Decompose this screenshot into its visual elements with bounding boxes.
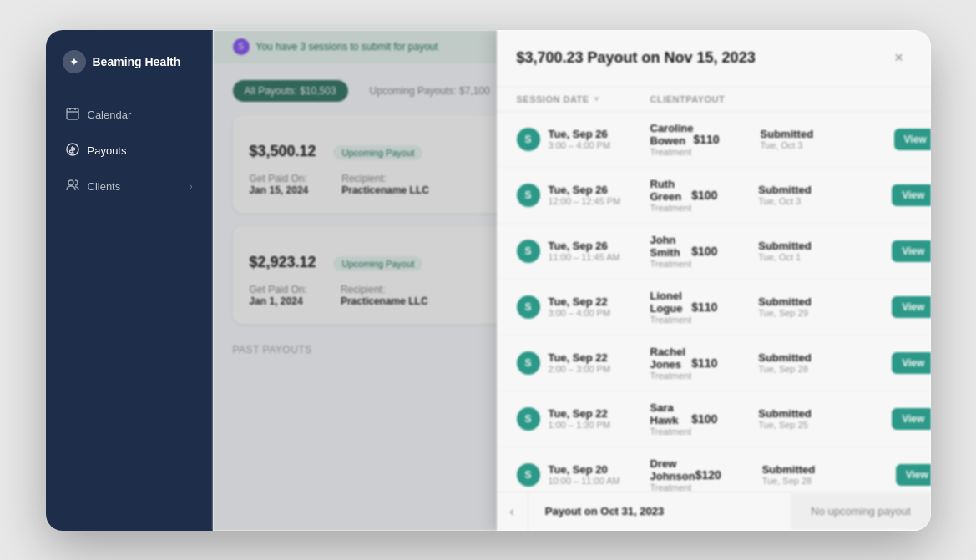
view-session-button[interactable]: View (894, 129, 931, 150)
session-date: Tue, Sep 26 (549, 128, 611, 140)
modal-footer: ‹ Payout on Oct 31, 2023 No upcoming pay… (497, 492, 931, 531)
sidebar-logo: ✦ Beaming Health (46, 50, 213, 98)
status-date: Tue, Sep 25 (758, 420, 892, 430)
session-date-cell: S Tue, Sep 26 11:00 – 11:45 AM (517, 240, 650, 263)
payout-detail-modal: $3,700.23 Payout on Nov 15, 2023 × SESSI… (497, 30, 931, 531)
sidebar-item-payouts[interactable]: Payouts (56, 134, 203, 167)
client-name: Drew Johnson (650, 457, 695, 482)
session-time: 11:00 – 11:45 AM (549, 252, 620, 262)
no-upcoming-label: No upcoming payout (791, 493, 930, 529)
status-date: Tue, Sep 29 (758, 308, 892, 318)
sidebar-item-clients[interactable]: Clients › (56, 170, 203, 203)
session-icon: S (517, 184, 540, 207)
session-date: Tue, Sep 22 (549, 407, 611, 420)
client-name: Ruth Green (650, 178, 692, 203)
calendar-icon (66, 107, 79, 123)
session-icon: S (517, 128, 540, 151)
session-date-cell: S Tue, Sep 22 1:00 – 1:30 PM (517, 407, 650, 431)
session-date-cell: S Tue, Sep 26 12:00 – 12:45 PM (517, 184, 650, 207)
session-date: Tue, Sep 20 (549, 463, 620, 476)
prev-payout-button[interactable]: ‹ (497, 492, 528, 531)
users-icon (66, 179, 79, 194)
logo-icon: ✦ (63, 50, 86, 73)
table-row: S Tue, Sep 26 12:00 – 12:45 PM Ruth Gree… (497, 168, 931, 224)
view-session-button[interactable]: View (892, 408, 930, 430)
client-type: Treatment (650, 259, 692, 269)
table-row: S Tue, Sep 22 3:00 – 4:00 PM Lionel Logu… (497, 280, 931, 335)
session-icon: S (517, 463, 540, 487)
modal-overlay: $3,700.23 Payout on Nov 15, 2023 × SESSI… (213, 30, 931, 531)
sidebar-nav: Calendar Payouts (46, 98, 213, 203)
session-date-cell: S Tue, Sep 22 2:00 – 3:00 PM (517, 351, 650, 375)
view-session-button[interactable]: View (892, 184, 930, 206)
view-session-button[interactable]: View (892, 352, 930, 374)
session-time: 3:00 – 4:00 PM (549, 308, 611, 318)
session-payout: $110 (691, 300, 758, 314)
session-payout: $120 (695, 468, 762, 482)
sidebar: ✦ Beaming Health Calendar (46, 30, 213, 531)
session-date-cell: S Tue, Sep 26 3:00 – 4:00 PM (517, 128, 650, 151)
session-payout: $100 (691, 412, 758, 426)
sessions-list: S Tue, Sep 26 3:00 – 4:00 PM Caroline Bo… (497, 112, 931, 492)
main-content: S You have 3 sessions to submit for payo… (213, 30, 931, 531)
sidebar-item-calendar[interactable]: Calendar (56, 98, 203, 131)
view-session-button[interactable]: View (892, 296, 930, 318)
session-date: Tue, Sep 26 (549, 240, 620, 252)
session-date: Tue, Sep 22 (549, 295, 611, 308)
footer-payout-label: Payout on Oct 31, 2023 (528, 493, 791, 529)
table-header: SESSION DATE ▼ CLIENT PAYOUT (497, 88, 931, 112)
client-type: Treatment (650, 147, 694, 157)
session-date-cell: S Tue, Sep 22 3:00 – 4:00 PM (517, 295, 650, 319)
session-payout: $100 (691, 245, 758, 258)
svg-point-6 (68, 180, 73, 185)
svg-rect-0 (67, 108, 78, 119)
modal-header: $3,700.23 Payout on Nov 15, 2023 × (497, 30, 931, 88)
status-text: Submitted (758, 351, 892, 364)
client-type: Treatment (650, 426, 692, 436)
client-name: Rachel Jones (650, 346, 692, 371)
status-date: Tue, Sep 28 (762, 476, 896, 486)
status-date: Tue, Oct 3 (761, 140, 894, 150)
app-name: Beaming Health (93, 55, 181, 68)
status-text: Submitted (758, 240, 892, 252)
session-time: 12:00 – 12:45 PM (549, 196, 621, 206)
client-name: Lionel Logue (650, 290, 692, 315)
status-date: Tue, Oct 3 (758, 196, 892, 206)
table-row: S Tue, Sep 22 2:00 – 3:00 PM Rachel Jone… (497, 335, 931, 391)
client-type: Treatment (650, 482, 695, 492)
session-icon: S (517, 240, 540, 263)
session-payout: $110 (694, 133, 761, 146)
modal-close-button[interactable]: × (888, 47, 911, 70)
col-session-date: SESSION DATE ▼ (517, 94, 650, 104)
client-name: Sara Hawk (650, 401, 692, 426)
session-payout: $110 (691, 356, 758, 370)
sort-icon: ▼ (593, 94, 601, 103)
sidebar-label-calendar: Calendar (88, 108, 132, 121)
app-container: ✦ Beaming Health Calendar (46, 30, 931, 531)
table-row: S Tue, Sep 20 10:00 – 11:00 AM Drew John… (497, 447, 931, 492)
session-date-cell: S Tue, Sep 20 10:00 – 11:00 AM (517, 463, 650, 487)
session-icon: S (517, 351, 540, 375)
col-payout: PAYOUT (685, 94, 752, 104)
view-session-button[interactable]: View (892, 240, 930, 262)
client-type: Treatment (650, 203, 692, 213)
table-row: S Tue, Sep 26 3:00 – 4:00 PM Caroline Bo… (497, 112, 931, 168)
status-text: Submitted (762, 463, 896, 476)
clients-chevron: › (190, 182, 192, 191)
col-action (886, 94, 930, 104)
client-type: Treatment (650, 315, 692, 325)
session-time: 1:00 – 1:30 PM (549, 420, 611, 430)
session-date: Tue, Sep 26 (549, 184, 621, 196)
view-session-button[interactable]: View (896, 464, 931, 486)
session-time: 10:00 – 11:00 AM (549, 476, 620, 486)
status-text: Submitted (761, 128, 894, 140)
session-date: Tue, Sep 22 (549, 351, 611, 364)
status-date: Tue, Oct 1 (758, 252, 892, 262)
session-payout: $100 (691, 189, 758, 202)
col-status (752, 94, 886, 104)
session-icon: S (517, 407, 540, 431)
table-row: S Tue, Sep 22 1:00 – 1:30 PM Sara Hawk T… (497, 391, 931, 447)
client-name: John Smith (650, 234, 692, 259)
dollar-icon (66, 143, 79, 159)
status-date: Tue, Sep 28 (758, 364, 892, 374)
